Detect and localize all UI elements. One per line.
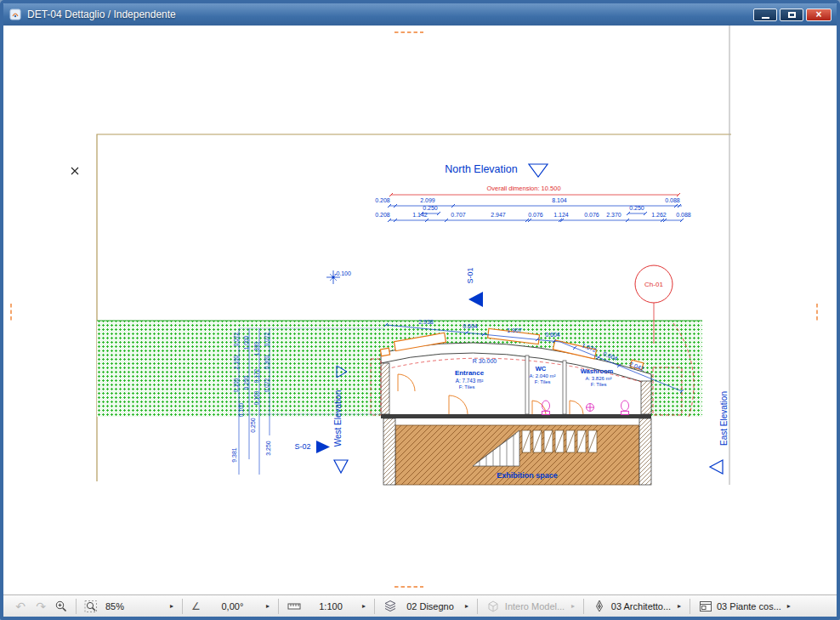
dim-label: 0.604 [545,332,560,338]
window-title: DET-04 Dettaglio / Independente [27,9,748,20]
zone-area: A: 3.826 m² [585,376,611,381]
section-label: S-02 [294,442,310,451]
dim-label: 2.370 [606,212,621,218]
chevron-right-icon: ▸ [787,602,791,610]
rotation-angle-icon: ∠ [191,600,201,612]
partition-wall [563,361,566,414]
detail-drawing[interactable]: R 30.000 Entrance A: 7.743 m² F: Tiles W… [3,26,837,594]
ruler-icon [287,600,301,613]
zone-name-exhibition[interactable]: Exhibition space [497,471,558,480]
north-elevation-marker-icon[interactable] [529,164,548,177]
section-marker-s02[interactable]: S-02 [294,441,330,453]
quick-options-bar: ↶ ↷ 85% ▸ ∠ 0,00° ▸ 1:100 ▸ 02 Disegno [3,594,837,617]
level-marker[interactable]: -0.100 [326,270,351,284]
dim-label: 8.104 [552,197,567,203]
dim-label: 0.072 [264,378,270,392]
slat-row [522,430,597,452]
roof-radius-label: R 30.000 [473,358,497,364]
elevation-marker-east[interactable]: East Elevation [710,391,729,474]
dim-label: 0.208 [375,212,390,218]
dim-label: 0.076 [584,212,599,218]
structure-display-control[interactable]: Intero Model... ▸ [483,597,578,616]
fit-in-window-button[interactable] [82,597,100,616]
window-icon [9,8,22,21]
pen-set-control[interactable]: 03 Architetto... ▸ [589,597,684,616]
dim-label: 1.330 [253,341,259,356]
layer-combination-value: 02 Disegno [406,601,454,611]
scale-control[interactable]: 1:100 ▸ [284,597,369,616]
chevron-right-icon: ▸ [571,602,575,610]
model-cube-icon [486,600,500,613]
drawing-canvas[interactable]: R 30.000 Entrance A: 7.743 m² F: Tiles W… [3,26,837,594]
chevron-right-icon: ▸ [170,602,173,610]
dim-label: 2.938 [418,319,434,325]
dim-label: 0.172 [253,368,259,383]
page-break-markers [11,32,817,587]
section-arrow-icon [468,292,483,307]
left-wall [381,363,389,414]
chevron-right-icon: ▸ [362,602,366,610]
dim-label: 2.099 [420,197,435,203]
dim-label: 0.088 [665,197,680,203]
level-value: -0.100 [334,270,351,276]
separator [477,599,478,614]
zone-area: A: 2.040 m² [529,373,555,378]
redo-icon: ↷ [36,600,46,612]
separator [76,599,77,614]
dim-label: 2.947 [491,212,506,218]
zone-floor: F: Tiles [459,384,475,390]
floor-slab [381,414,651,418]
dim-label: 0.250 [243,375,249,390]
elevation-label: West Elevation [333,390,343,447]
layout-icon [699,600,712,613]
dim-label: 0.250 [629,205,644,211]
layers-icon [383,600,397,613]
layer-combination-control[interactable]: 02 Disegno ▸ [380,597,472,616]
dim-label: 0.072 [233,332,239,346]
dim-label: 0.072 [264,332,270,346]
chevron-right-icon: ▸ [266,602,270,610]
separator [182,599,183,614]
dim-label: 0.100 [233,378,239,392]
separator [690,599,690,614]
maximize-button[interactable] [780,9,803,21]
section-marker-s01[interactable]: S-01 [466,267,483,307]
dim-label: 1.142 [412,212,428,218]
titlebar[interactable]: DET-04 Dettaglio / Independente × [3,3,837,26]
basement-wall-left [383,418,395,485]
layout-book-value: 03 Piante cos... [717,601,781,611]
zoom-in-icon [54,600,68,613]
dim-label: 0.707 [451,212,466,218]
pen-set-value: 03 Architetto... [611,601,671,611]
dim-label: 2.100 [233,355,239,369]
layout-book-control[interactable]: 03 Piante cos... ▸ [695,597,794,616]
zoom-in-button[interactable] [52,597,71,616]
zone-floor: F: Tiles [535,379,551,384]
dim-label: 0.076 [528,212,543,218]
separator [374,599,375,614]
fit-in-window-icon [84,600,98,613]
floor-band [395,418,639,425]
minimize-button[interactable] [753,9,777,21]
redo-button[interactable]: ↷ [31,597,50,616]
north-elevation-label[interactable]: North Elevation [445,163,518,175]
undo-button[interactable]: ↶ [11,597,30,616]
undo-icon: ↶ [15,600,26,612]
dim-label: 0.604 [463,323,478,329]
rotation-value: 0,00° [221,601,243,611]
maximize-icon [788,12,796,18]
dim-label: 0.088 [676,212,691,218]
partition-wall [525,356,529,414]
close-icon: × [815,9,821,20]
dim-label: 1.907 [507,327,522,333]
close-button[interactable]: × [806,9,831,21]
zoom-level-control[interactable]: 85% ▸ [102,597,177,616]
zone-name: Entrance [455,369,485,377]
dim-label: 0.250 [250,418,256,433]
minimize-icon [762,17,769,19]
origin-marker [71,168,78,174]
dim-label: 1.000 [243,335,249,350]
orientation-control[interactable]: ∠ 0,00° ▸ [188,597,273,616]
right-wall [641,381,651,414]
elevation-arrow-icon [710,460,723,474]
